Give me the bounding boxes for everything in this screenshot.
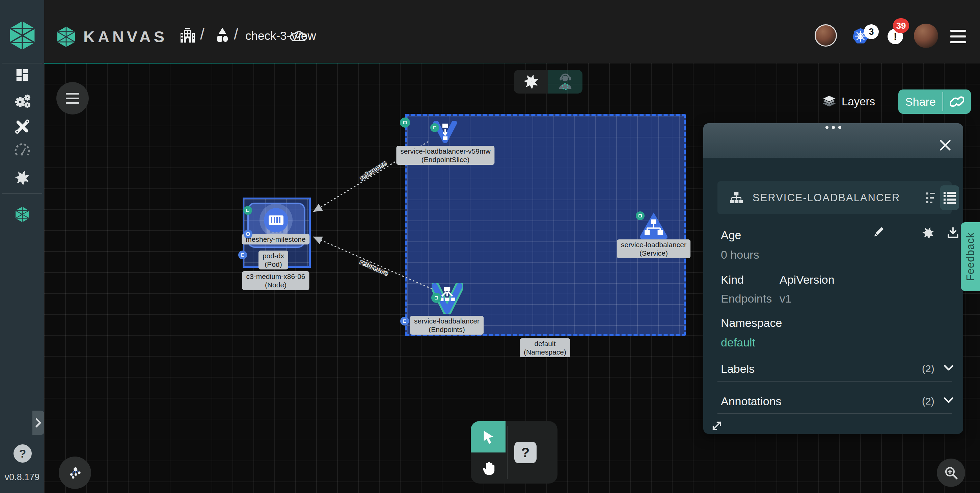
dock-help-button[interactable]: ? [514,442,536,463]
pan-tool-button[interactable] [471,453,506,483]
sidebar-item-dashboard[interactable] [0,64,44,86]
panel-drag-handle[interactable] [703,126,963,129]
list-view-icon [943,191,956,204]
panel-header [703,123,963,158]
alert-glyph: ! [894,31,897,42]
meshery-action-icon[interactable] [921,226,935,240]
kanvas-logo[interactable] [7,19,38,51]
labels-label: Labels [721,362,754,375]
breadcrumb-separator: / [234,25,238,43]
network-icon [66,464,84,482]
canvas-menu-button[interactable] [56,82,89,115]
annotations-label: Annotations [721,395,781,408]
sidebar-item-meshery[interactable] [0,167,44,189]
tree-view-toggle[interactable] [924,191,939,206]
age-value: 0 hours [721,248,759,262]
help-button[interactable]: ? [13,444,32,463]
cloud-saved-icon [289,29,307,43]
dashboard-icon [14,67,30,83]
copy-link-button[interactable] [943,94,971,109]
annotations-count: (2) [922,396,934,407]
kanvas-brand-icon [55,26,77,48]
annotations-chevron-down-icon[interactable] [943,397,954,404]
panel-divider [718,381,951,381]
select-tool-button[interactable] [471,421,506,453]
resource-title-bar: SERVICE-LOADBALANCER [718,181,951,214]
top-bar: KANVAS / / check- [44,0,980,63]
sidebar-item-performance[interactable] [0,139,44,161]
namespace-label-chip: default(Namespace) [520,338,570,357]
notifications-count-badge: 39 [893,18,909,33]
close-icon[interactable] [939,139,951,152]
container-icon [269,215,283,225]
help-label: ? [19,447,26,460]
hamburger-menu-button[interactable] [950,30,966,43]
share-button[interactable]: Share [898,89,971,114]
sidebar-expand-button[interactable] [32,411,45,435]
assistant-dock-button[interactable] [548,70,582,94]
labels-chevron-down-icon[interactable] [943,364,954,371]
namespace-label: Namespace [721,316,782,330]
namespace-value-link[interactable]: default [721,336,755,349]
sidebar-divider [2,63,42,64]
edge-label: reference [358,159,388,182]
layers-label: Layers [842,95,875,108]
node-label-chip: c3-medium-x86-06(Node) [242,271,309,290]
pod-label-chip: pod-dx(Pod) [258,250,288,270]
share-label: Share [898,95,943,108]
layout-graph-button[interactable] [59,456,91,489]
resize-handle-icon[interactable] [711,420,723,432]
apiversion-value: v1 [780,292,792,305]
app-version: v0.8.179 [0,472,44,483]
top-dock [514,70,582,94]
details-panel: SERVICE-LOADBALANCER [703,123,963,434]
kanvas-app: ? v0.8.179 KANVAS / [0,0,980,493]
sidebar-item-toolkit[interactable] [0,116,44,137]
download-icon[interactable] [947,227,959,239]
canvas-top-accent [44,63,578,64]
dock-divider [507,426,508,479]
service-status-badge [636,211,644,220]
layers-icon [822,95,836,108]
dock-help-label: ? [521,445,530,460]
tools-icon [14,118,31,135]
panel-divider [718,413,951,414]
zoom-in-button[interactable] [937,459,965,487]
sidebar: ? v0.8.179 [0,0,44,493]
sidebar-item-kanvas[interactable] [0,204,44,225]
layers-toggle[interactable]: Layers [822,95,875,108]
edge-label: reference [358,258,390,278]
meshery-dock-button[interactable] [514,70,548,94]
kubernetes-count-badge[interactable]: 3 [864,24,879,39]
pod-status-badge [243,206,252,215]
user-avatar[interactable] [914,24,938,48]
apiversion-label: ApiVersion [780,273,835,286]
sidebar-item-lifecycle[interactable] [0,90,44,112]
design-canvas[interactable]: reference reference [44,63,980,493]
meshery-pinwheel-icon [522,73,540,91]
design-shapes-icon[interactable] [215,27,230,43]
endpoints-status-badge [431,293,441,303]
sidebar-divider [2,193,42,194]
kind-label: Kind [721,273,744,286]
tree-view-icon [926,192,937,205]
zoom-in-icon [942,464,960,482]
chevron-right-icon [35,418,42,428]
endpoints-info-badge [400,317,409,325]
node-info-badge [238,250,247,259]
list-view-toggle[interactable] [940,185,959,210]
feedback-label: Feedback [964,232,977,281]
organization-icon[interactable] [180,27,196,43]
labels-count: (2) [922,363,934,375]
kind-value: Endpoints [721,292,772,305]
namespace-status-badge [400,118,410,128]
tool-dock: ? [471,421,557,483]
feedback-tab[interactable]: Feedback [961,222,980,291]
collaborator-avatar[interactable] [815,24,837,46]
age-label: Age [721,228,741,242]
container-node[interactable] [264,208,288,232]
edit-pencil-icon[interactable] [872,226,885,239]
endpointslice-label-chip: service-loadbalancer-v59mw(EndpointSlice… [396,146,495,165]
hand-icon [480,460,496,476]
link-icon [950,94,964,109]
